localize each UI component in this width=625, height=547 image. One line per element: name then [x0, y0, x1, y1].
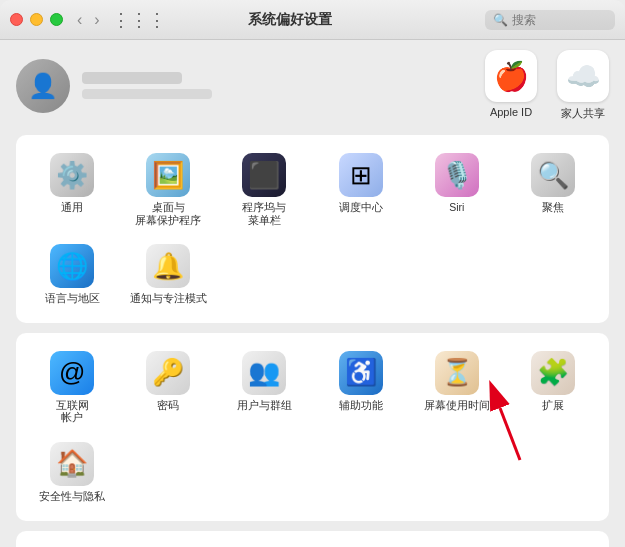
pref-icon-extensions: 🧩: [531, 351, 575, 395]
pref-icon-internet-accounts: @: [50, 351, 94, 395]
pref-icon-users-groups: 👥: [242, 351, 286, 395]
user-name: [82, 72, 182, 84]
section-3: ⬇️软件更新🌐网络🔷蓝牙🔊声音👆触控 ID⌨️键盘▭触控板🖱️鼠标: [16, 531, 609, 547]
maximize-button[interactable]: [50, 13, 63, 26]
section-1-grid: ⚙️通用🖼️桌面与 屏幕保护程序⬛程序坞与 菜单栏⊞调度中心🎙️Siri🔍聚焦🌐…: [26, 147, 599, 311]
pref-item-dock-menu[interactable]: ⬛程序坞与 菜单栏: [218, 147, 310, 232]
section-2: @互联网 帐户🔑密码👥用户与群组♿辅助功能⏳屏幕使用时间🧩扩展🏠安全性与隐私: [16, 333, 609, 521]
top-right-icons: 🍎 Apple ID ☁️ 家人共享: [485, 50, 609, 121]
pref-item-language-region[interactable]: 🌐语言与地区: [26, 238, 118, 311]
pref-item-touch-id[interactable]: 👆触控 ID: [411, 543, 503, 547]
pref-label-extensions: 扩展: [542, 399, 564, 412]
pref-label-screen-time: 屏幕使用时间: [424, 399, 490, 412]
pref-item-desktop-screensaver[interactable]: 🖼️桌面与 屏幕保护程序: [122, 147, 214, 232]
pref-item-notifications[interactable]: 🔔通知与专注模式: [122, 238, 214, 311]
pref-item-mission-control[interactable]: ⊞调度中心: [314, 147, 406, 232]
pref-item-sound[interactable]: 🔊声音: [314, 543, 406, 547]
family-sharing-button[interactable]: ☁️ 家人共享: [557, 50, 609, 121]
pref-icon-mission-control: ⊞: [339, 153, 383, 197]
pref-label-notifications: 通知与专注模式: [130, 292, 207, 305]
pref-label-internet-accounts: 互联网 帐户: [56, 399, 89, 424]
pref-item-network[interactable]: 🌐网络: [122, 543, 214, 547]
user-email: [82, 89, 212, 99]
pref-label-siri: Siri: [449, 201, 464, 214]
close-button[interactable]: [10, 13, 23, 26]
pref-label-general: 通用: [61, 201, 83, 214]
window-title: 系统偏好设置: [96, 11, 485, 29]
search-input[interactable]: [512, 13, 607, 27]
pref-label-spotlight: 聚焦: [542, 201, 564, 214]
pref-label-passwords: 密码: [157, 399, 179, 412]
pref-icon-dock-menu: ⬛: [242, 153, 286, 197]
pref-item-passwords[interactable]: 🔑密码: [122, 345, 214, 430]
pref-item-users-groups[interactable]: 👥用户与群组: [218, 345, 310, 430]
family-sharing-label: 家人共享: [561, 106, 605, 121]
minimize-button[interactable]: [30, 13, 43, 26]
pref-item-internet-accounts[interactable]: @互联网 帐户: [26, 345, 118, 430]
pref-label-mission-control: 调度中心: [339, 201, 383, 214]
pref-item-bluetooth[interactable]: 🔷蓝牙: [218, 543, 310, 547]
pref-item-spotlight[interactable]: 🔍聚焦: [507, 147, 599, 232]
traffic-lights: [10, 13, 63, 26]
pref-item-screen-time[interactable]: ⏳屏幕使用时间: [411, 345, 503, 430]
avatar: 👤: [16, 59, 70, 113]
back-button[interactable]: ‹: [73, 9, 86, 31]
section-3-grid: ⬇️软件更新🌐网络🔷蓝牙🔊声音👆触控 ID⌨️键盘▭触控板🖱️鼠标: [26, 543, 599, 547]
pref-icon-screen-time: ⏳: [435, 351, 479, 395]
apple-id-label: Apple ID: [490, 106, 532, 118]
family-sharing-icon: ☁️: [557, 50, 609, 102]
titlebar: ‹ › ⋮⋮⋮ 系统偏好设置 🔍: [0, 0, 625, 40]
apple-id-button[interactable]: 🍎 Apple ID: [485, 50, 537, 121]
search-box[interactable]: 🔍: [485, 10, 615, 30]
pref-label-desktop-screensaver: 桌面与 屏幕保护程序: [135, 201, 201, 226]
pref-icon-desktop-screensaver: 🖼️: [146, 153, 190, 197]
pref-label-users-groups: 用户与群组: [237, 399, 292, 412]
section-2-grid: @互联网 帐户🔑密码👥用户与群组♿辅助功能⏳屏幕使用时间🧩扩展🏠安全性与隐私: [26, 345, 599, 509]
pref-item-security-privacy[interactable]: 🏠安全性与隐私: [26, 436, 118, 509]
pref-item-keyboard[interactable]: ⌨️键盘: [507, 543, 599, 547]
section-1: ⚙️通用🖼️桌面与 屏幕保护程序⬛程序坞与 菜单栏⊞调度中心🎙️Siri🔍聚焦🌐…: [16, 135, 609, 323]
pref-icon-notifications: 🔔: [146, 244, 190, 288]
pref-label-language-region: 语言与地区: [45, 292, 100, 305]
pref-icon-accessibility: ♿: [339, 351, 383, 395]
pref-label-accessibility: 辅助功能: [339, 399, 383, 412]
pref-label-dock-menu: 程序坞与 菜单栏: [242, 201, 286, 226]
user-info: [82, 72, 485, 99]
pref-icon-security-privacy: 🏠: [50, 442, 94, 486]
pref-icon-siri: 🎙️: [435, 153, 479, 197]
pref-item-accessibility[interactable]: ♿辅助功能: [314, 345, 406, 430]
pref-item-software-update[interactable]: ⬇️软件更新: [26, 543, 118, 547]
pref-icon-general: ⚙️: [50, 153, 94, 197]
main-content: 👤 🍎 Apple ID ☁️ 家人共享 ⚙️通用🖼️桌面与 屏幕保护程序⬛: [0, 40, 625, 547]
pref-item-siri[interactable]: 🎙️Siri: [411, 147, 503, 232]
pref-item-extensions[interactable]: 🧩扩展: [507, 345, 599, 430]
pref-icon-spotlight: 🔍: [531, 153, 575, 197]
search-icon: 🔍: [493, 13, 508, 27]
pref-icon-passwords: 🔑: [146, 351, 190, 395]
pref-icon-language-region: 🌐: [50, 244, 94, 288]
apple-id-icon: 🍎: [485, 50, 537, 102]
pref-item-general[interactable]: ⚙️通用: [26, 147, 118, 232]
pref-label-security-privacy: 安全性与隐私: [39, 490, 105, 503]
